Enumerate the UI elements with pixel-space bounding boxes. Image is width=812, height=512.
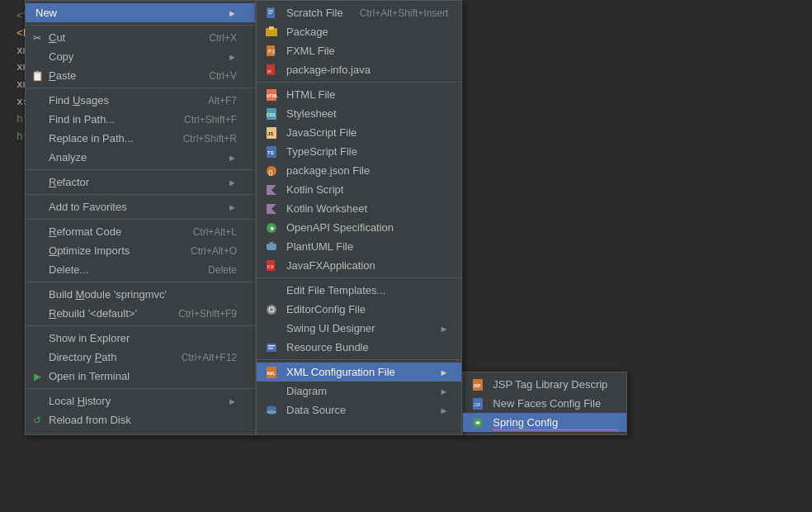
submenu-item-swing-ui[interactable]: Swing UI Designer ► [257, 319, 461, 338]
data-source-label: Data Source [286, 404, 431, 416]
menu-item-open-terminal[interactable]: ▶ Open in Terminal [26, 367, 255, 386]
javascript-label: JavaScript File [286, 126, 448, 139]
reload-label: Reload from Disk [49, 414, 237, 426]
submenu-item-kotlin-worksheet[interactable]: Kotlin Worksheet [257, 199, 461, 218]
separator-3 [26, 169, 255, 170]
separator-1 [26, 25, 255, 26]
submenu-item-xml-config[interactable]: XML XML Configuration File ► [257, 363, 461, 382]
xml-submenu-item-jsp-tag[interactable]: JSP JSP Tag Library Descrip [463, 375, 626, 394]
reformat-shortcut: Ctrl+Alt+L [168, 226, 237, 238]
menu-item-reformat[interactable]: Reformat Code Ctrl+Alt+L [26, 222, 255, 241]
edit-templates-icon [263, 284, 280, 297]
submenu-item-openapi[interactable]: ✦ OpenAPI Specification [257, 218, 461, 237]
xml-submenu-item-faces-config[interactable]: JSF New Faces Config File [463, 394, 626, 413]
primary-context-menu: New ► ✂ Cut Ctrl+X Copy ► 📋 Paste Ctrl+V… [25, 0, 256, 435]
menu-item-reload[interactable]: ↺ Reload from Disk [26, 410, 255, 429]
explorer-icon [31, 332, 44, 345]
submenu-item-resource-bundle[interactable]: Resource Bundle [257, 338, 461, 357]
package-json-label: package.json File [286, 164, 448, 177]
kotlin-script-icon [263, 183, 280, 197]
replace-in-path-shortcut: Ctrl+Shift+R [158, 133, 237, 145]
menu-item-local-history[interactable]: Local History ► [26, 391, 255, 410]
swing-ui-icon [263, 322, 280, 335]
find-in-path-label: Find in Path... [49, 113, 159, 126]
svg-text:JSF: JSF [474, 402, 481, 407]
menu-item-directory-path[interactable]: Directory Path Ctrl+Alt+F12 [26, 348, 255, 367]
svg-marker-20 [267, 185, 276, 195]
diagram-label: Diagram [286, 385, 431, 397]
menu-item-replace-in-path[interactable]: Replace in Path... Ctrl+Shift+R [26, 129, 255, 148]
submenu-item-editorconfig[interactable]: EditorConfig File [257, 300, 461, 319]
submenu-item-javascript[interactable]: JS JavaScript File [257, 123, 461, 142]
kotlin-worksheet-label: Kotlin Worksheet [286, 202, 448, 215]
new-arrow-icon: ► [228, 8, 237, 18]
refactor-arrow-icon: ► [228, 178, 237, 187]
submenu-item-fxml[interactable]: FX FXML File [257, 41, 461, 60]
find-usages-shortcut: Alt+F7 [183, 95, 237, 107]
menu-item-find-in-path[interactable]: Find in Path... Ctrl+Shift+F [26, 110, 255, 129]
history-arrow-icon: ► [228, 396, 237, 406]
package-info-label: package-info.java [286, 64, 448, 76]
cut-label: Cut [49, 31, 184, 44]
menu-item-find-usages[interactable]: Find Usages Alt+F7 [26, 91, 255, 110]
submenu-item-typescript[interactable]: TS TypeScript File [257, 142, 461, 161]
submenu-item-html[interactable]: HTML HTML File [257, 85, 461, 104]
menu-item-build-module[interactable]: Build Module 'springmvc' [26, 285, 255, 304]
menu-item-optimize-imports[interactable]: Optimize Imports Ctrl+Alt+O [26, 241, 255, 260]
svg-rect-2 [268, 12, 273, 12]
favorites-arrow-icon: ► [228, 202, 237, 212]
fxml-icon: FX [263, 45, 280, 58]
svg-rect-24 [267, 244, 276, 250]
paste-shortcut: Ctrl+V [184, 70, 237, 82]
find-usages-label: Find Usages [49, 94, 183, 107]
submenu-item-stylesheet[interactable]: CSS Stylesheet [257, 104, 461, 123]
openapi-label: OpenAPI Specification [286, 221, 448, 234]
plantuml-label: PlantUML File [286, 240, 448, 253]
submenu-item-plantuml[interactable]: PlantUML File [257, 237, 461, 256]
rebuild-label: Rebuild '<default>' [49, 307, 153, 320]
menu-item-rebuild[interactable]: Rebuild '<default>' Ctrl+Shift+F9 [26, 304, 255, 323]
build-module-label: Build Module 'springmvc' [49, 288, 237, 301]
submenu-item-scratch-file[interactable]: Scratch File Ctrl+Alt+Shift+Insert [257, 3, 461, 22]
local-history-label: Local History [49, 395, 228, 407]
submenu-item-edit-templates[interactable]: Edit File Templates... [257, 281, 461, 300]
menu-item-cut[interactable]: ✂ Cut Ctrl+X [26, 28, 255, 47]
kotlin-script-label: Kotlin Script [286, 183, 448, 196]
separator-6 [26, 282, 255, 282]
menu-item-show-in-explorer[interactable]: Show in Explorer [26, 329, 255, 348]
menu-item-add-to-favorites[interactable]: Add to Favorites ► [26, 197, 255, 216]
submenu-item-package-info[interactable]: pi package-info.java [257, 60, 461, 79]
typescript-label: TypeScript File [286, 145, 448, 158]
reload-icon: ↺ [31, 414, 44, 427]
menu-item-copy[interactable]: Copy ► [26, 47, 255, 66]
optimize-imports-label: Optimize Imports [49, 244, 166, 257]
kotlin-worksheet-icon [263, 202, 280, 216]
menu-item-analyze[interactable]: Analyze ► [26, 148, 255, 167]
menu-item-new[interactable]: New ► [26, 3, 255, 22]
submenu-item-kotlin-script[interactable]: Kotlin Script [257, 180, 461, 199]
html-label: HTML File [286, 88, 448, 101]
menu-item-delete[interactable]: Delete... Delete [26, 260, 255, 279]
html-icon: HTML [263, 88, 280, 102]
data-source-icon [263, 404, 280, 417]
svg-text:JS: JS [267, 131, 273, 136]
submenu-item-diagram[interactable]: Diagram ► [257, 382, 461, 401]
openapi-icon: ✦ [263, 221, 280, 235]
xml-submenu-item-spring-config[interactable]: Spring Config [463, 413, 626, 432]
data-source-arrow-icon: ► [431, 405, 448, 415]
submenu-item-javafx[interactable]: FX JavaFXApplication [257, 256, 461, 275]
menu-item-refactor[interactable]: Refactor ► [26, 173, 255, 192]
analyze-icon [31, 151, 44, 164]
submenu-sep-2 [257, 277, 461, 278]
fxml-label: FXML File [286, 45, 448, 57]
json-icon: {} [263, 164, 280, 178]
submenu-item-data-source[interactable]: Data Source ► [257, 401, 461, 420]
submenu-item-package[interactable]: Package [257, 22, 461, 41]
scratch-file-shortcut: Ctrl+Alt+Shift+Insert [343, 7, 449, 19]
svg-rect-32 [268, 348, 273, 349]
menu-item-paste[interactable]: 📋 Paste Ctrl+V [26, 66, 255, 85]
rebuild-shortcut: Ctrl+Shift+F9 [153, 308, 237, 320]
plantuml-icon [263, 240, 280, 254]
faces-config-label: New Faces Config File [493, 397, 613, 410]
submenu-item-package-json[interactable]: {} package.json File [257, 161, 461, 180]
